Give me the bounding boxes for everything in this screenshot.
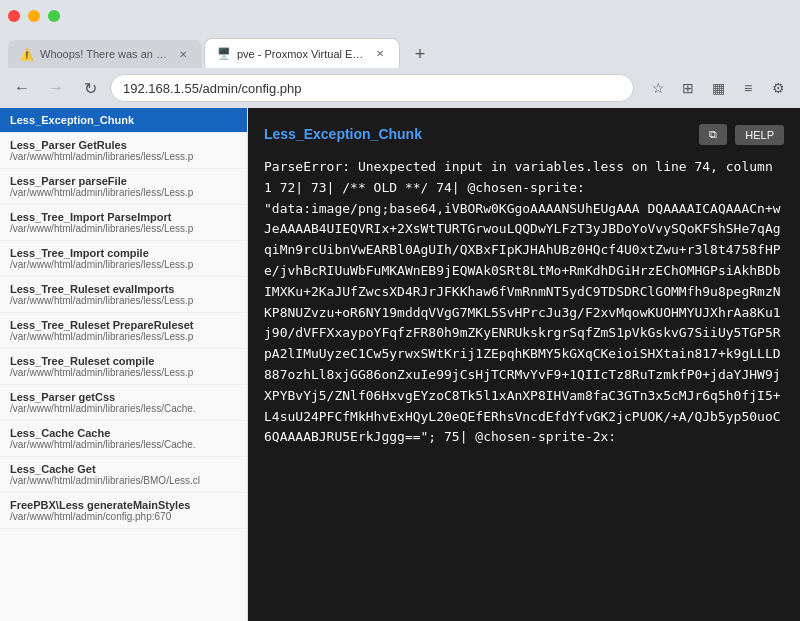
stack-item-path-10: /var/www/html/admin/libraries/BMO/Less.c…	[10, 475, 237, 486]
tab-favicon-proxmox: 🖥️	[217, 47, 231, 60]
tab-favicon: ⚠️	[20, 48, 34, 61]
address-bar: ← → ↻ 192.168.1.55/admin/config.php ☆ ⊞ …	[0, 68, 800, 108]
stack-item-path-7: /var/www/html/admin/libraries/less/Less.…	[10, 367, 237, 378]
tab-close-whoops[interactable]: ✕	[176, 47, 190, 61]
stack-item-2[interactable]: Less_Parser parseFile /var/www/html/admi…	[0, 169, 247, 205]
stack-item-title-8: Less_Parser getCss	[10, 391, 237, 403]
stack-item-title-2: Less_Parser parseFile	[10, 175, 237, 187]
error-panel: Less_Exception_Chunk ⧉ HELP ParseError: …	[248, 108, 800, 621]
stack-item-title-4: Less_Tree_Import compile	[10, 247, 237, 259]
copy-button[interactable]: ⧉	[699, 124, 727, 145]
stack-item-5[interactable]: Less_Tree_Ruleset evalImports /var/www/h…	[0, 277, 247, 313]
stack-item-9[interactable]: Less_Cache Cache /var/www/html/admin/lib…	[0, 421, 247, 457]
tab-title-proxmox: pve - Proxmox Virtual Envir...	[237, 48, 367, 60]
stack-item-path-5: /var/www/html/admin/libraries/less/Less.…	[10, 295, 237, 306]
tab-title-whoops: Whoops! There was an e...	[40, 48, 170, 60]
stack-item-title-9: Less_Cache Cache	[10, 427, 237, 439]
stack-item-path-3: /var/www/html/admin/libraries/less/Less.…	[10, 223, 237, 234]
stack-item-10[interactable]: Less_Cache Get /var/www/html/admin/libra…	[0, 457, 247, 493]
stack-item-1[interactable]: Less_Parser GetRules /var/www/html/admin…	[0, 133, 247, 169]
forward-button[interactable]: →	[42, 74, 70, 102]
extensions-icon[interactable]: ⚙	[764, 74, 792, 102]
tab-proxmox[interactable]: 🖥️ pve - Proxmox Virtual Envir... ✕	[204, 38, 400, 68]
stack-item-4[interactable]: Less_Tree_Import compile /var/www/html/a…	[0, 241, 247, 277]
stack-item-title-3: Less_Tree_Import ParseImport	[10, 211, 237, 223]
bookmark-icon[interactable]: ☆	[644, 74, 672, 102]
back-button[interactable]: ←	[8, 74, 36, 102]
new-tab-button[interactable]: +	[406, 40, 434, 68]
error-header: Less_Exception_Chunk ⧉ HELP	[264, 124, 784, 145]
address-text: 192.168.1.55/admin/config.php	[123, 81, 302, 96]
error-message: ParseError: Unexpected input in variable…	[264, 157, 784, 448]
address-input[interactable]: 192.168.1.55/admin/config.php	[110, 74, 634, 102]
reload-button[interactable]: ↻	[76, 74, 104, 102]
stack-item-7[interactable]: Less_Tree_Ruleset compile /var/www/html/…	[0, 349, 247, 385]
stack-item-title-1: Less_Parser GetRules	[10, 139, 237, 151]
stack-item-0[interactable]: Less_Exception_Chunk	[0, 108, 247, 133]
tab-bar: ⚠️ Whoops! There was an e... ✕ 🖥️ pve - …	[0, 32, 800, 68]
browser-chrome: ⚠️ Whoops! There was an e... ✕ 🖥️ pve - …	[0, 0, 800, 108]
window-close-btn[interactable]	[8, 10, 20, 22]
stack-item-path-4: /var/www/html/admin/libraries/less/Less.…	[10, 259, 237, 270]
stack-item-11[interactable]: FreePBX\Less generateMainStyles /var/www…	[0, 493, 247, 529]
stack-item-path-9: /var/www/html/admin/libraries/less/Cache…	[10, 439, 237, 450]
error-class: Less_Exception_Chunk	[264, 124, 422, 145]
tab-whoops[interactable]: ⚠️ Whoops! There was an e... ✕	[8, 40, 202, 68]
stack-item-title-5: Less_Tree_Ruleset evalImports	[10, 283, 237, 295]
stack-item-title-0: Less_Exception_Chunk	[10, 114, 237, 126]
main-content: Less_Exception_Chunk Less_Parser GetRule…	[0, 108, 800, 621]
stack-item-6[interactable]: Less_Tree_Ruleset PrepareRuleset /var/ww…	[0, 313, 247, 349]
stack-item-title-7: Less_Tree_Ruleset compile	[10, 355, 237, 367]
stack-item-title-6: Less_Tree_Ruleset PrepareRuleset	[10, 319, 237, 331]
window-maximize-btn[interactable]	[48, 10, 60, 22]
toolbar-icons: ☆ ⊞ ▦ ≡ ⚙	[644, 74, 792, 102]
stack-item-title-11: FreePBX\Less generateMainStyles	[10, 499, 237, 511]
stack-item-path-1: /var/www/html/admin/libraries/less/Less.…	[10, 151, 237, 162]
stack-item-path-11: /var/www/html/admin/config.php:670	[10, 511, 237, 522]
menu-icon[interactable]: ≡	[734, 74, 762, 102]
copy-icon: ⧉	[709, 128, 717, 141]
help-label: HELP	[745, 129, 774, 141]
title-bar	[0, 0, 800, 32]
stack-item-path-8: /var/www/html/admin/libraries/less/Cache…	[10, 403, 237, 414]
stack-item-3[interactable]: Less_Tree_Import ParseImport /var/www/ht…	[0, 205, 247, 241]
tab-close-proxmox[interactable]: ✕	[373, 47, 387, 61]
help-button[interactable]: HELP	[735, 125, 784, 145]
stack-panel: Less_Exception_Chunk Less_Parser GetRule…	[0, 108, 248, 621]
reader-icon[interactable]: ⊞	[674, 74, 702, 102]
window-minimize-btn[interactable]	[28, 10, 40, 22]
sidebar-icon[interactable]: ▦	[704, 74, 732, 102]
stack-item-path-2: /var/www/html/admin/libraries/less/Less.…	[10, 187, 237, 198]
stack-item-path-6: /var/www/html/admin/libraries/less/Less.…	[10, 331, 237, 342]
stack-item-title-10: Less_Cache Get	[10, 463, 237, 475]
stack-item-8[interactable]: Less_Parser getCss /var/www/html/admin/l…	[0, 385, 247, 421]
